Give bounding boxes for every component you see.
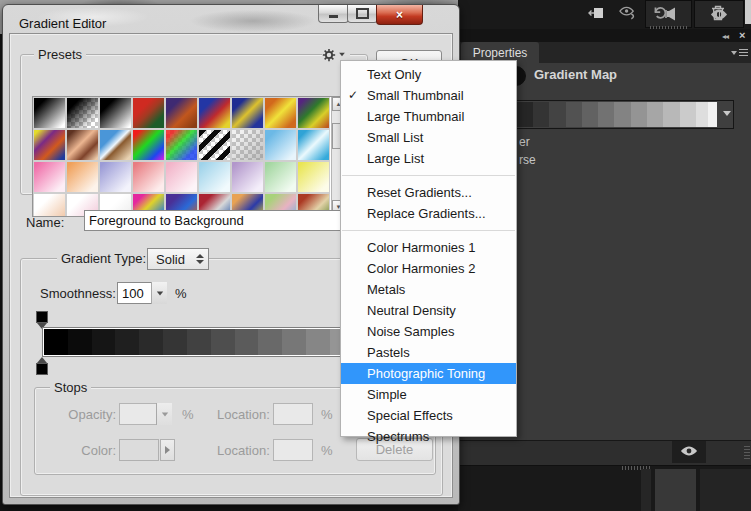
screenshot-root: ◂◂ × Properties Gradient Map er rse Grad… [0, 0, 751, 511]
location-label-1: Location: [217, 407, 270, 422]
gradient-preset-swatch[interactable] [132, 161, 165, 193]
opacity-combo[interactable] [119, 403, 172, 425]
gradient-preset-swatch[interactable] [231, 161, 264, 193]
gradient-preset-swatch[interactable] [231, 97, 264, 129]
gradient-preset-swatch[interactable] [297, 97, 330, 129]
gradient-preset-swatch[interactable] [198, 161, 231, 193]
menu-item[interactable]: ✓ Small Thumbnail [341, 85, 516, 106]
gradient-preset-swatch[interactable] [297, 161, 330, 193]
menu-item[interactable]: Pastels [341, 342, 516, 363]
color-stop-marker[interactable] [36, 357, 48, 375]
gradient-preset-swatch[interactable] [132, 129, 165, 161]
gradient-type-select[interactable]: Solid [147, 248, 209, 270]
gradient-map-picker[interactable] [482, 100, 734, 129]
gradient-preset-swatch[interactable] [66, 97, 99, 129]
menu-item[interactable]: Neutral Density [341, 300, 516, 321]
gradient-type-label: Gradient Type: [57, 251, 150, 266]
minimize-button[interactable] [318, 5, 349, 23]
menu-item[interactable]: Special Effects [341, 405, 516, 426]
gradient-preset-swatch[interactable] [198, 129, 231, 161]
menu-item-label: Reset Gradients... [367, 185, 472, 200]
menu-item-label: Simple [367, 387, 407, 402]
color-label: Color: [62, 443, 116, 458]
close-panel-icon[interactable]: × [739, 30, 745, 41]
gradient-preset-swatch[interactable] [99, 97, 132, 129]
clip-to-layer-icon [587, 4, 604, 21]
menu-item[interactable]: Large List [341, 148, 516, 169]
presets-legend: Presets [34, 47, 86, 62]
reset-adjustment-button[interactable] [650, 3, 668, 21]
collapsed-panel-block [655, 469, 696, 511]
gradient-preset-swatch[interactable] [132, 97, 165, 129]
menu-item[interactable] [342, 175, 515, 176]
footer-grip[interactable] [744, 446, 750, 459]
gradient-preset-swatch[interactable] [99, 129, 132, 161]
panel-group-header [458, 29, 751, 42]
menu-item[interactable]: Noise Samples [341, 321, 516, 342]
gradient-preset-swatch[interactable] [33, 97, 66, 129]
gradient-preset-swatch[interactable] [165, 129, 198, 161]
menu-item[interactable]: Reset Gradients... [341, 182, 516, 203]
menu-item-label: Color Harmonies 2 [367, 261, 475, 276]
gradient-preset-swatch[interactable] [66, 129, 99, 161]
color-swatch-button[interactable] [119, 439, 159, 461]
color-picker-arrow-button[interactable] [160, 439, 175, 461]
menu-item-label: Text Only [367, 67, 421, 82]
gradient-preset-swatch[interactable] [66, 161, 99, 193]
delete-adjustment-button[interactable] [709, 3, 727, 21]
menu-item-label: Large List [367, 151, 424, 166]
chevron-down-icon [723, 111, 731, 116]
maximize-button[interactable] [347, 5, 378, 23]
smoothness-input[interactable] [117, 282, 153, 304]
menu-item-label: Metals [367, 282, 405, 297]
toggle-visibility-button[interactable] [672, 441, 706, 463]
opacity-dropdown-button[interactable] [156, 403, 172, 425]
chevron-down-icon [156, 291, 162, 295]
menu-item[interactable]: Replace Gradients... [341, 203, 516, 224]
gradient-preset-swatch[interactable] [198, 97, 231, 129]
reverse-label-fragment: rse [519, 153, 536, 167]
gradient-preset-swatch[interactable] [99, 161, 132, 193]
menu-item[interactable]: Large Thumbnail [341, 106, 516, 127]
gradient-map-title: Gradient Map [534, 67, 617, 82]
gradient-preset-swatch[interactable] [264, 161, 297, 193]
gradient-preset-swatch[interactable] [264, 129, 297, 161]
gradient-preset-swatch[interactable] [165, 97, 198, 129]
gradient-preset-swatch[interactable] [33, 129, 66, 161]
menu-item[interactable]: Color Harmonies 2 [341, 258, 516, 279]
gradient-preset-swatch[interactable] [165, 161, 198, 193]
view-previous-state-button[interactable] [619, 3, 637, 21]
location-input-1[interactable] [273, 403, 313, 425]
collapsed-panel-block [700, 469, 751, 511]
gear-icon [322, 48, 336, 62]
smoothness-label: Smoothness: [40, 286, 116, 301]
menu-item-label: Special Effects [367, 408, 453, 423]
gradient-preset-swatch[interactable] [231, 129, 264, 161]
location-unit-1: % [321, 407, 333, 422]
window-title: Gradient Editor [19, 16, 106, 31]
gradient-preset-swatch[interactable] [297, 129, 330, 161]
gradient-preset-swatch[interactable] [264, 97, 297, 129]
clip-to-layer-button[interactable] [586, 3, 604, 21]
gradient-preset-swatch[interactable] [33, 193, 66, 216]
menu-item[interactable]: Text Only [341, 64, 516, 85]
menu-item[interactable]: Metals [341, 279, 516, 300]
spinner-icon [196, 254, 204, 264]
panel-menu-icon[interactable] [731, 47, 747, 59]
opacity-input[interactable] [119, 403, 157, 425]
gradient-preset-swatch[interactable] [33, 161, 66, 193]
trash-icon [710, 4, 726, 21]
collapse-panel-icon[interactable]: ◂◂ [722, 32, 728, 41]
close-button[interactable]: × [376, 5, 423, 25]
menu-item[interactable] [342, 230, 515, 231]
menu-item[interactable]: Photographic Toning [341, 363, 516, 384]
menu-item[interactable]: Simple [341, 384, 516, 405]
location-input-2[interactable] [273, 439, 313, 461]
opacity-unit: % [182, 407, 194, 422]
menu-item-label: Noise Samples [367, 324, 454, 339]
menu-item[interactable]: Color Harmonies 1 [341, 237, 516, 258]
smoothness-combo[interactable] [117, 282, 167, 304]
menu-item[interactable]: Spectrums [341, 426, 516, 447]
smoothness-dropdown-button[interactable] [151, 282, 167, 304]
menu-item[interactable]: Small List [341, 127, 516, 148]
